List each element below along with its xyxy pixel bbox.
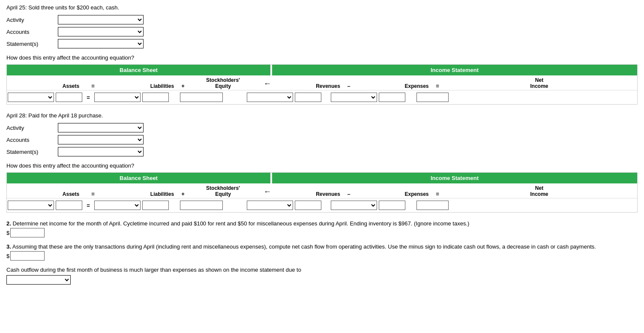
income-statement-header-2: Income Statement (272, 173, 637, 183)
activity-label-1: Activity (6, 17, 58, 23)
minus-1: – (344, 83, 353, 89)
accounts-select-1[interactable] (58, 27, 144, 36)
liabilities-header-1: Liabilities (146, 83, 178, 89)
statements-select-2[interactable] (58, 147, 144, 156)
expenses-dropdown-2[interactable] (331, 201, 377, 210)
eq-equals-spacer-2: = (82, 202, 94, 209)
q4-select[interactable] (6, 275, 71, 285)
expenses-header-2: Expenses (401, 191, 433, 197)
stockholders-header-1: Stockholders' (206, 77, 240, 83)
april25-description: April 25: Sold three units for $200 each… (6, 4, 638, 11)
revenues-header-2: Revenues (312, 191, 344, 197)
stockholders-header-2: Stockholders' (206, 185, 240, 191)
liabilities-header-2: Liabilities (146, 191, 178, 197)
net-header-1: Net (442, 77, 636, 83)
eq-equals-spacer-1: = (82, 94, 94, 101)
q3-answer-input[interactable] (10, 251, 45, 261)
plus-2: + (178, 191, 188, 197)
question-2: How does this entry affect the accountin… (6, 162, 638, 169)
liabilities-dropdown-1[interactable] (94, 93, 141, 102)
net-income-input-1[interactable] (416, 93, 449, 102)
equity-input-1[interactable] (180, 93, 223, 102)
assets-dropdown-2[interactable] (8, 201, 54, 210)
accounts-label-2: Accounts (6, 137, 58, 143)
assets-header-2: Assets (55, 191, 87, 197)
equals2-1: = (433, 83, 442, 89)
arrow-2: ← (258, 187, 271, 197)
balance-sheet-header-2: Balance Sheet (7, 173, 270, 183)
income-header-1: Income (442, 83, 636, 89)
liabilities-input-2[interactable] (142, 201, 169, 210)
plus-1: + (178, 83, 188, 89)
april28-description: April 28: Paid for the April 18 purchase… (6, 112, 638, 119)
liabilities-input-1[interactable] (142, 93, 169, 102)
q3-text: Assuming that these are the only transac… (12, 243, 596, 250)
accounts-label-1: Accounts (6, 29, 58, 35)
equals2-2: = (433, 191, 442, 197)
expenses-header-1: Expenses (401, 83, 433, 89)
q2-text: Determine net income for the month of Ap… (12, 220, 469, 227)
liabilities-dropdown-2[interactable] (94, 201, 141, 210)
revenues-input-1[interactable] (295, 93, 321, 102)
equity-header-1: Equity (215, 83, 231, 89)
q3-dollar-sign: $ (6, 253, 9, 259)
assets-header-1: Assets (55, 83, 87, 89)
activity-label-2: Activity (6, 125, 58, 131)
expenses-input-2[interactable] (379, 201, 405, 210)
net-header-2: Net (442, 185, 636, 191)
statements-label-1: Statement(s) (6, 41, 58, 47)
expenses-input-1[interactable] (379, 93, 405, 102)
revenues-dropdown-2[interactable] (247, 201, 293, 210)
minus-2: – (344, 191, 353, 197)
assets-dropdown-1[interactable] (8, 93, 54, 102)
q2-dollar-sign: $ (6, 230, 9, 236)
q3-number: 3. (6, 243, 11, 250)
revenues-dropdown-1[interactable] (247, 93, 293, 102)
question-1: How does this entry affect the accountin… (6, 54, 638, 61)
q2-answer-input[interactable] (10, 228, 45, 237)
accounts-select-2[interactable] (58, 135, 144, 144)
income-statement-header-1: Income Statement (272, 65, 637, 75)
balance-sheet-header-1: Balance Sheet (7, 65, 270, 75)
revenues-header-1: Revenues (312, 83, 344, 89)
net-income-input-2[interactable] (416, 201, 449, 210)
statements-select-1[interactable] (58, 39, 144, 48)
activity-select-2[interactable] (58, 123, 144, 132)
expenses-dropdown-1[interactable] (331, 93, 377, 102)
equity-input-2[interactable] (180, 201, 223, 210)
assets-input-1[interactable] (56, 93, 82, 102)
equation-table-1: Balance Sheet Income Statement Assets = … (6, 64, 638, 105)
arrow-1: ← (258, 79, 271, 89)
equals-1: = (87, 83, 99, 89)
q2-number: 2. (6, 220, 11, 227)
activity-select-1[interactable] (58, 15, 144, 24)
statements-label-2: Statement(s) (6, 149, 58, 155)
revenues-input-2[interactable] (295, 201, 321, 210)
q4-text: Cash outflow during the first month of b… (6, 267, 638, 273)
equals-2: = (87, 191, 99, 197)
equity-header-2: Equity (215, 191, 231, 197)
equation-table-2: Balance Sheet Income Statement Assets = … (6, 172, 638, 213)
income-header-2: Income (442, 191, 636, 197)
assets-input-2[interactable] (56, 201, 82, 210)
